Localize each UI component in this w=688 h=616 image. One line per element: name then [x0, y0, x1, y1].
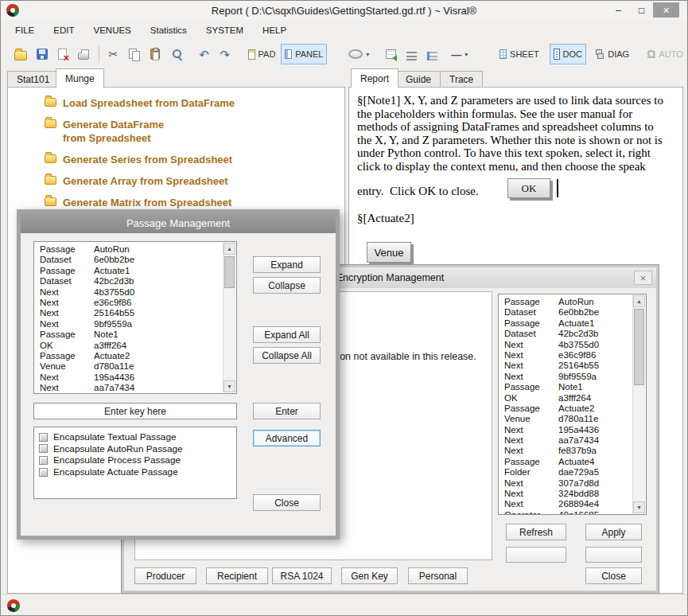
scroll-up-icon[interactable]: ▲	[633, 295, 645, 307]
list-item[interactable]: PassageActuate2	[504, 404, 632, 414]
list-item[interactable]: Folderdae729a5	[504, 467, 632, 478]
tab-stat101[interactable]: Stat101	[7, 71, 59, 88]
auto-button[interactable]: ΩAUTO	[644, 44, 686, 64]
venue-button[interactable]: Venue	[367, 242, 411, 263]
sheet-view-button[interactable]: SHEET	[496, 44, 543, 64]
list-item[interactable]: PassageActuate2	[40, 351, 222, 361]
scrollbar[interactable]: ▲ ▼	[223, 243, 235, 392]
blank-button[interactable]	[585, 547, 642, 563]
advanced-button[interactable]: Advanced	[253, 430, 321, 446]
menu-file[interactable]: FILE	[6, 25, 44, 35]
tree-item[interactable]: Generate Matrix from Spreadsheet	[45, 196, 242, 209]
list-item[interactable]: Next25164b55	[40, 308, 222, 318]
list-item[interactable]: Next324bdd88	[504, 489, 632, 499]
panel-button[interactable]: PANEL	[281, 44, 327, 64]
expand-all-button[interactable]: Expand All	[253, 326, 321, 343]
sheet-insert-button[interactable]	[381, 44, 400, 64]
refresh-button[interactable]: Refresh	[506, 524, 566, 540]
list-item[interactable]: Next268894e4	[504, 499, 632, 509]
scrollbar[interactable]: ▲ ▼	[632, 295, 645, 513]
collapse-all-button[interactable]: Collapse All	[253, 347, 321, 364]
gen-key-button[interactable]: Gen Key	[341, 567, 398, 584]
copy-button[interactable]	[124, 44, 144, 64]
undo-button[interactable]: ↶	[195, 44, 214, 64]
passage-close-button[interactable]: Close	[253, 494, 321, 511]
list-item[interactable]: Next9bf9559a	[40, 319, 222, 329]
list-item[interactable]: OKa3fff264	[40, 341, 222, 351]
checkbox-row[interactable]: Encapsulate Textual Passage	[39, 431, 236, 443]
tab-trace[interactable]: Trace	[440, 71, 483, 88]
list-item[interactable]: Dataset42bc2d3b	[504, 329, 632, 339]
tree-item[interactable]: Load Spreadsheet from DataFrame	[45, 96, 242, 110]
list-item[interactable]: PassageAutoRun	[504, 297, 632, 307]
apply-button[interactable]: Apply	[585, 524, 642, 540]
list-item[interactable]: Venued780a11e	[504, 414, 632, 424]
list-item[interactable]: PassageActuate4	[504, 457, 632, 467]
tab-guide[interactable]: Guide	[396, 71, 441, 88]
list-item[interactable]: Venued780a11e	[40, 361, 222, 372]
list-item[interactable]: PassageActuate1	[40, 266, 222, 276]
enter-button[interactable]: Enter	[253, 403, 321, 419]
collapse-button[interactable]: Collapse	[253, 277, 321, 294]
checkbox-icon[interactable]	[39, 433, 48, 442]
menu-statistics[interactable]: Statistics	[141, 25, 196, 35]
line-style-dropdown[interactable]: —▾	[448, 44, 471, 64]
list-item[interactable]: Dataset42bc2d3b	[40, 276, 222, 287]
recipient-button[interactable]: Recipient	[206, 567, 268, 584]
list-item[interactable]: Dataset6e0bb2be	[504, 307, 632, 318]
blank-button[interactable]	[506, 547, 566, 563]
scroll-thumb[interactable]	[224, 256, 235, 288]
redo-button[interactable]: ↷	[216, 44, 235, 64]
list-item[interactable]: Next4b3755d0	[504, 340, 632, 350]
list-item[interactable]: Next307a7d8d	[504, 478, 632, 489]
scroll-down-icon[interactable]: ▼	[224, 380, 235, 392]
list-item[interactable]: PassageNote1	[504, 382, 632, 392]
diag-view-button[interactable]: DIAG	[591, 44, 633, 64]
minimize-button[interactable]: –	[607, 2, 630, 18]
list-item[interactable]: OKa3fff264	[504, 393, 632, 404]
list-item[interactable]: PassageNote1	[40, 329, 222, 340]
list-item[interactable]: Nextfe837b9a	[504, 446, 632, 456]
maximize-button[interactable]: □	[630, 2, 653, 18]
scroll-up-icon[interactable]: ▲	[224, 243, 235, 255]
key-input[interactable]	[33, 403, 237, 419]
list-item[interactable]: Nexte36c9f86	[40, 298, 222, 308]
encryption-close-button[interactable]: Close	[585, 567, 642, 584]
expand-button[interactable]: Expand	[253, 256, 321, 273]
menu-edit[interactable]: EDIT	[44, 25, 84, 35]
scroll-down-icon[interactable]: ▼	[633, 501, 645, 513]
delete-button[interactable]	[53, 44, 72, 64]
cut-button[interactable]: ✂	[103, 44, 122, 64]
checkbox-icon[interactable]	[39, 468, 48, 477]
list-item[interactable]: Next195a4436	[40, 372, 222, 383]
list-item[interactable]: Operator40e16685	[504, 510, 632, 514]
pad-button[interactable]: PAD	[244, 44, 280, 64]
close-button[interactable]: ×	[653, 2, 679, 18]
menu-help[interactable]: HELP	[253, 25, 296, 35]
find-button[interactable]	[166, 44, 187, 64]
checkbox-icon[interactable]	[39, 456, 48, 465]
doc-view-button[interactable]: DOC	[550, 44, 586, 64]
checkbox-icon[interactable]	[39, 444, 48, 453]
list-item[interactable]: Nexte36c9f86	[504, 350, 632, 361]
scroll-thumb[interactable]	[634, 309, 644, 385]
list-item[interactable]: PassageAutoRun	[40, 244, 222, 255]
tree-item[interactable]: Generate Series from Spreadsheet	[45, 153, 242, 166]
print-button[interactable]	[74, 44, 94, 64]
tree-item[interactable]: Generate DataFrame from Spreadsheet	[45, 118, 186, 145]
tab-munge[interactable]: Munge	[56, 68, 104, 88]
rsa-1024-button[interactable]: RSA 1024	[272, 567, 332, 584]
list-item[interactable]: Next195a4436	[504, 425, 632, 435]
titlebar[interactable]: Report ( D:\C\sqxl\Guides\GettingStarted…	[1, 1, 687, 20]
outline-rows-button[interactable]	[422, 44, 441, 64]
open-button[interactable]	[10, 44, 31, 64]
save-button[interactable]	[33, 44, 52, 64]
passage-dialog-titlebar[interactable]: Passage Management	[21, 213, 336, 233]
encryption-dialog-close-button[interactable]: ×	[634, 271, 652, 285]
list-item[interactable]: Nextaa7a7434	[504, 435, 632, 446]
checkbox-row[interactable]: Encapsulate Process Passage	[39, 454, 236, 466]
producer-button[interactable]: Producer	[134, 567, 196, 584]
tab-report[interactable]: Report	[351, 68, 398, 88]
list-item[interactable]: PassageActuate1	[504, 318, 632, 329]
shape-dropdown-button[interactable]: ▾	[344, 44, 373, 64]
